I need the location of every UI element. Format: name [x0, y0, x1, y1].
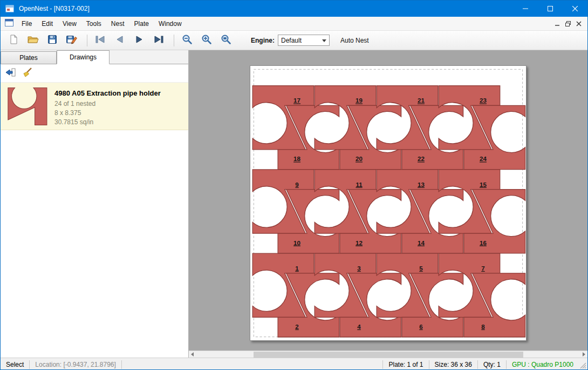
scroll-left-icon[interactable] — [189, 351, 196, 358]
last-plate-button[interactable] — [150, 33, 167, 48]
part-number: 15 — [480, 181, 487, 188]
part-number: 18 — [293, 155, 300, 162]
import-drawing-button[interactable] — [3, 66, 18, 80]
nest-canvas[interactable]: 171819202122232491011121314151612345678 — [189, 50, 587, 358]
part-number: 20 — [355, 155, 363, 162]
drawing-dimensions: 8 x 8.375 — [54, 109, 161, 118]
engine-selected-value: Default — [281, 37, 302, 44]
blue-arrow-left-icon — [5, 68, 16, 79]
sidebar-panel: Plates Drawings — [1, 50, 189, 358]
menu-view[interactable]: View — [58, 17, 81, 31]
toolbar-separator — [87, 35, 87, 46]
part-number: 17 — [293, 97, 300, 104]
status-size: Size: 36 x 36 — [429, 360, 477, 369]
save-floppy-icon — [47, 34, 58, 47]
drawing-title: 4980 A05 Extraction pipe holder — [54, 89, 161, 97]
menu-items: FileEditViewToolsNestPlateWindow — [17, 17, 187, 31]
app-window: OpenNest - [N0317-002] FileEditViewTools… — [0, 0, 588, 370]
part-number: 9 — [295, 181, 299, 188]
menu-plate[interactable]: Plate — [129, 17, 154, 31]
part-number: 21 — [418, 97, 425, 104]
status-plate: Plate: 1 of 1 — [382, 360, 428, 369]
part-number: 19 — [355, 97, 363, 104]
part-thumbnail — [5, 86, 50, 127]
scrollbar-thumb[interactable] — [254, 352, 523, 358]
menu-tools[interactable]: Tools — [81, 17, 106, 31]
drawings-toolbar — [1, 64, 188, 83]
first-plate-button[interactable] — [92, 33, 109, 48]
mdi-window-controls — [552, 17, 584, 31]
sidebar-tabstrip: Plates Drawings — [1, 50, 188, 64]
part-number: 7 — [481, 265, 484, 272]
toolbar-separator — [174, 35, 174, 46]
tab-plates[interactable]: Plates — [1, 51, 57, 64]
maximize-button[interactable] — [538, 1, 563, 17]
zoom-out-button[interactable] — [179, 33, 196, 48]
menu-edit[interactable]: Edit — [37, 17, 58, 31]
new-page-icon — [8, 34, 19, 47]
plate[interactable]: 171819202122232491011121314151612345678 — [250, 65, 527, 341]
zoom-out-icon — [182, 34, 193, 47]
clean-drawings-button[interactable] — [20, 66, 35, 80]
mdi-close-icon[interactable] — [573, 18, 584, 29]
part-number: 5 — [419, 265, 423, 272]
nav-last-icon — [153, 35, 164, 46]
status-qty: Qty: 1 — [477, 360, 506, 369]
window-title: OpenNest - [N0317-002] — [19, 5, 90, 12]
status-gpu: GPU : Quadro P1000 — [506, 360, 579, 369]
save-edit-icon — [66, 34, 78, 47]
content-area: Plates Drawings — [1, 50, 587, 358]
next-plate-button[interactable] — [131, 33, 148, 48]
status-mode: Select — [1, 360, 30, 369]
menu-nest[interactable]: Nest — [106, 17, 129, 31]
drawing-area: 30.7815 sq/in — [54, 118, 161, 127]
part-number: 13 — [418, 181, 425, 188]
part-number: 16 — [480, 239, 487, 246]
part-number: 14 — [418, 239, 425, 246]
nav-next-icon — [134, 35, 145, 46]
horizontal-scrollbar[interactable] — [189, 351, 587, 358]
zoom-fit-icon — [221, 34, 231, 47]
save-button[interactable] — [44, 33, 61, 48]
save-as-button[interactable] — [63, 33, 80, 48]
open-folder-icon — [27, 34, 39, 47]
auto-nest-button[interactable]: Auto Nest — [340, 37, 369, 44]
zoom-in-icon — [201, 34, 212, 47]
part-number: 2 — [295, 323, 298, 330]
main-toolbar: Engine: Default Auto Nest — [1, 31, 587, 50]
drawing-nested-count: 24 of 1 nested — [54, 99, 161, 109]
tab-drawings[interactable]: Drawings — [57, 50, 110, 64]
part-number: 3 — [357, 265, 361, 272]
new-button[interactable] — [5, 33, 22, 48]
document-window-icon — [5, 19, 13, 29]
part-number: 12 — [355, 239, 363, 246]
menu-bar: FileEditViewToolsNestPlateWindow — [1, 17, 587, 31]
scroll-right-icon[interactable] — [580, 351, 587, 358]
status-location: Location: [-0.9437, 21.8796] — [30, 360, 121, 369]
part-number: 10 — [293, 239, 300, 246]
resize-grip[interactable] — [579, 360, 586, 369]
engine-select[interactable]: Default — [278, 35, 330, 46]
status-bar: Select Location: [-0.9437, 21.8796] Plat… — [1, 358, 587, 370]
menu-window[interactable]: Window — [154, 17, 187, 31]
nav-previous-icon — [114, 35, 125, 46]
previous-plate-button[interactable] — [111, 33, 128, 48]
broom-icon — [22, 67, 33, 80]
mdi-restore-icon[interactable] — [563, 18, 573, 29]
mdi-minimize-icon[interactable] — [552, 18, 563, 29]
close-button[interactable] — [563, 1, 587, 17]
zoom-fit-button[interactable] — [217, 33, 235, 48]
part-number: 8 — [481, 323, 485, 330]
part-number: 4 — [357, 323, 361, 330]
open-button[interactable] — [24, 33, 42, 48]
part-number: 24 — [480, 155, 487, 162]
zoom-in-button[interactable] — [198, 33, 215, 48]
chevron-down-icon — [322, 39, 326, 42]
app-icon — [5, 4, 15, 14]
nest-svg: 171819202122232491011121314151612345678 — [250, 66, 526, 340]
part-number: 1 — [295, 265, 299, 272]
menu-file[interactable]: File — [17, 17, 37, 31]
minimize-button[interactable] — [513, 1, 538, 17]
drawing-list-item[interactable]: 4980 A05 Extraction pipe holder 24 of 1 … — [1, 83, 188, 130]
part-number: 6 — [419, 323, 423, 330]
